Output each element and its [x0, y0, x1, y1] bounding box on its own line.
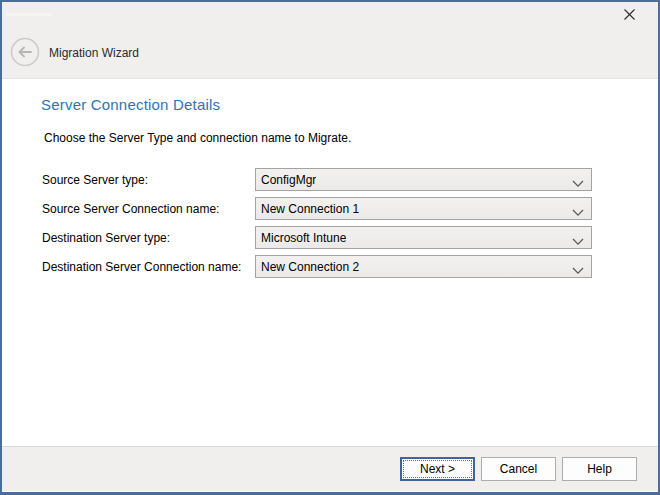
wizard-title: Migration Wizard — [49, 46, 139, 60]
migration-wizard-window: Migration Wizard Server Connection Detai… — [0, 0, 660, 495]
page-heading: Server Connection Details — [41, 96, 220, 113]
close-icon — [624, 8, 635, 23]
cancel-button[interactable]: Cancel — [481, 457, 556, 481]
wizard-header: Migration Wizard — [2, 28, 658, 79]
form-row-destination-connection-name: Destination Server Connection name: New … — [42, 255, 658, 278]
page-description: Choose the Server Type and connection na… — [44, 131, 351, 145]
destination-connection-name-combobox[interactable]: New Connection 2 — [255, 255, 592, 278]
help-button[interactable]: Help — [562, 457, 637, 481]
destination-connection-name-value: New Connection 2 — [261, 260, 359, 274]
source-connection-name-value: New Connection 1 — [261, 202, 359, 216]
next-button[interactable]: Next > — [400, 457, 475, 481]
source-connection-name-combobox[interactable]: New Connection 1 — [255, 197, 592, 220]
back-arrow-icon — [10, 37, 40, 70]
footer-bar: Next > Cancel Help — [2, 446, 658, 491]
source-server-type-label: Source Server type: — [42, 173, 255, 187]
source-server-type-combobox[interactable]: ConfigMgr — [255, 168, 592, 191]
chevron-down-icon — [572, 177, 584, 191]
form-row-source-server-type: Source Server type: ConfigMgr — [42, 168, 658, 191]
chevron-down-icon — [572, 264, 584, 278]
form-row-destination-server-type: Destination Server type: Microsoft Intun… — [42, 226, 658, 249]
back-button[interactable] — [10, 38, 40, 68]
chevron-down-icon — [572, 206, 584, 220]
title-bar-sheen — [6, 13, 52, 16]
destination-connection-name-label: Destination Server Connection name: — [42, 260, 255, 274]
title-bar — [2, 2, 658, 28]
destination-server-type-combobox[interactable]: Microsoft Intune — [255, 226, 592, 249]
destination-server-type-label: Destination Server type: — [42, 231, 255, 245]
connection-form: Source Server type: ConfigMgr Source Ser… — [2, 168, 658, 284]
form-row-source-connection-name: Source Server Connection name: New Conne… — [42, 197, 658, 220]
source-server-type-value: ConfigMgr — [261, 173, 316, 187]
destination-server-type-value: Microsoft Intune — [261, 231, 346, 245]
source-connection-name-label: Source Server Connection name: — [42, 202, 255, 216]
page-content: Server Connection Details Choose the Ser… — [2, 79, 658, 446]
close-button[interactable] — [608, 2, 650, 28]
chevron-down-icon — [572, 235, 584, 249]
